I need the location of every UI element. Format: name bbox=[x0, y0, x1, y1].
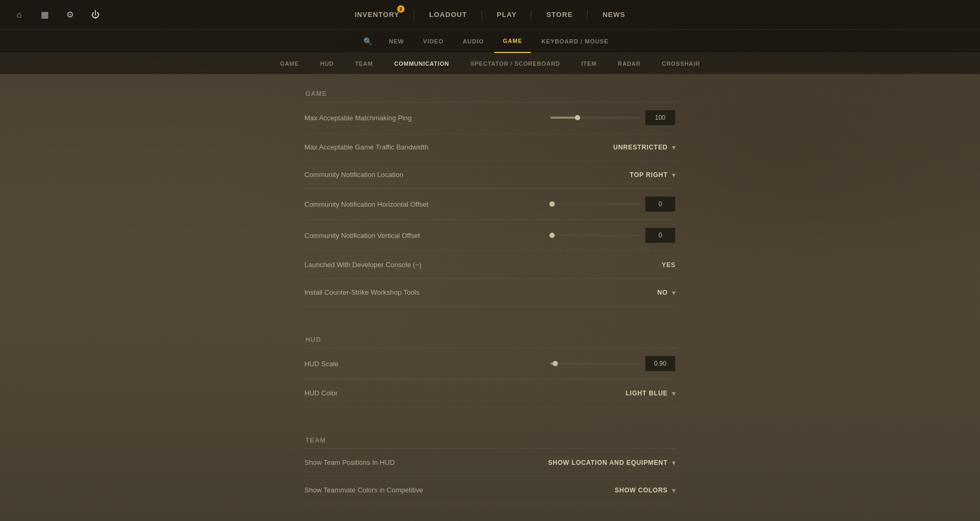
hud-settings-group: HUD Scale 0.90 HUD Color LIGHT B bbox=[304, 348, 676, 407]
third-nav-radar[interactable]: RADAR bbox=[607, 53, 651, 74]
team-positions-value: SHOW LOCATION AND EQUIPMENT bbox=[548, 459, 668, 466]
nav-store[interactable]: STORE bbox=[531, 0, 588, 30]
nav-play[interactable]: PLAY bbox=[482, 0, 532, 30]
setting-control-vertical-offset: 0 bbox=[550, 227, 676, 243]
ping-slider-track[interactable] bbox=[550, 117, 641, 119]
inventory-badge: 2 bbox=[397, 5, 405, 13]
secondary-nav: 🔍 NEW VIDEO AUDIO GAME KEYBOARD / MOUSE bbox=[0, 30, 980, 53]
horizontal-offset-slider-track[interactable] bbox=[550, 203, 641, 205]
sec-nav-game[interactable]: GAME bbox=[494, 30, 531, 53]
third-nav-spectator-scoreboard[interactable]: SPECTATOR / SCOREBOARD bbox=[460, 53, 571, 74]
hud-color-chevron-icon: ▾ bbox=[672, 389, 676, 398]
team-section-title: Team bbox=[304, 437, 676, 444]
nav-news[interactable]: NEWS bbox=[588, 0, 640, 30]
team-positions-chevron-icon: ▾ bbox=[672, 458, 676, 467]
setting-label-ping: Max Acceptable Matchmaking Ping bbox=[304, 114, 550, 122]
setting-label-vertical-offset: Community Notification Vertical Offset bbox=[304, 232, 550, 240]
setting-row-notification-location: Community Notification Location TOP RIGH… bbox=[304, 161, 676, 189]
bandwidth-dropdown[interactable]: UNRESTRICTED ▾ bbox=[613, 143, 676, 152]
third-nav-game[interactable]: GAME bbox=[269, 53, 310, 74]
vertical-offset-slider-track[interactable] bbox=[550, 234, 641, 236]
setting-label-notification-location: Community Notification Location bbox=[304, 171, 630, 179]
bandwidth-value: UNRESTRICTED bbox=[613, 144, 668, 151]
hud-scale-slider-track[interactable] bbox=[550, 363, 641, 365]
setting-label-workshop-tools: Install Counter-Strike Workshop Tools bbox=[304, 288, 658, 296]
vertical-offset-value-box[interactable]: 0 bbox=[645, 227, 676, 243]
nav-loadout[interactable]: LOADOUT bbox=[414, 0, 482, 30]
setting-control-workshop-tools: NO ▾ bbox=[658, 288, 676, 297]
home-icon[interactable]: ⌂ bbox=[8, 4, 30, 25]
hud-color-value: LIGHT BLUE bbox=[626, 390, 668, 397]
setting-label-bandwidth: Max Acceptable Game Traffic Bandwidth bbox=[304, 143, 613, 151]
bandwidth-chevron-icon: ▾ bbox=[672, 143, 676, 152]
team-positions-dropdown[interactable]: SHOW LOCATION AND EQUIPMENT ▾ bbox=[548, 458, 676, 467]
nav-inventory[interactable]: INVENTORY 2 bbox=[340, 0, 415, 30]
game-section-title: Game bbox=[304, 90, 676, 98]
notification-location-chevron-icon: ▾ bbox=[672, 171, 676, 179]
top-nav-icons: ⌂ ▦ ⚙ ⏻ bbox=[0, 4, 106, 25]
setting-row-vertical-offset: Community Notification Vertical Offset 0 bbox=[304, 220, 676, 251]
settings-icon[interactable]: ⚙ bbox=[59, 4, 81, 25]
third-nav-communication[interactable]: COMMUNICATION bbox=[383, 53, 460, 74]
hud-section-title: Hud bbox=[304, 336, 676, 343]
dev-console-value: YES bbox=[662, 261, 676, 269]
notification-location-value: TOP RIGHT bbox=[630, 171, 668, 179]
workshop-tools-chevron-icon: ▾ bbox=[672, 288, 676, 297]
setting-label-hud-scale: HUD Scale bbox=[304, 360, 550, 368]
third-nav-team[interactable]: TEAM bbox=[344, 53, 383, 74]
third-nav-hud[interactable]: HUD bbox=[310, 53, 345, 74]
setting-row-hud-scale: HUD Scale 0.90 bbox=[304, 348, 676, 379]
hud-scale-value-box[interactable]: 0.90 bbox=[645, 356, 676, 372]
setting-control-horizontal-offset: 0 bbox=[550, 196, 676, 212]
setting-label-horizontal-offset: Community Notification Horizontal Offset bbox=[304, 200, 550, 208]
power-icon[interactable]: ⏻ bbox=[85, 4, 106, 25]
spacer-1 bbox=[304, 323, 676, 336]
team-settings-group: Show Team Positions In HUD SHOW LOCATION… bbox=[304, 448, 676, 504]
ping-value-box[interactable]: 100 bbox=[645, 110, 676, 126]
workshop-tools-dropdown[interactable]: NO ▾ bbox=[658, 288, 676, 297]
hud-scale-slider-thumb bbox=[553, 361, 558, 366]
setting-control-team-positions: SHOW LOCATION AND EQUIPMENT ▾ bbox=[548, 458, 676, 467]
vertical-offset-slider-wrapper[interactable] bbox=[550, 234, 641, 236]
hud-color-dropdown[interactable]: LIGHT BLUE ▾ bbox=[626, 389, 676, 398]
third-nav-crosshair[interactable]: CROSSHAIR bbox=[651, 53, 711, 74]
search-button[interactable]: 🔍 bbox=[363, 37, 372, 46]
setting-row-horizontal-offset: Community Notification Horizontal Offset… bbox=[304, 189, 676, 220]
horizontal-offset-slider-wrapper[interactable] bbox=[550, 203, 641, 205]
teammate-colors-dropdown[interactable]: SHOW COLORS ▾ bbox=[615, 486, 676, 494]
sec-nav-new[interactable]: NEW bbox=[381, 30, 413, 53]
game-settings-group: Max Acceptable Matchmaking Ping 100 Max … bbox=[304, 102, 676, 306]
setting-row-teammate-colors: Show Teammate Colors in Competitive SHOW… bbox=[304, 476, 676, 504]
notification-location-dropdown[interactable]: TOP RIGHT ▾ bbox=[630, 171, 676, 179]
setting-control-hud-scale: 0.90 bbox=[550, 356, 676, 372]
ping-slider-wrapper[interactable] bbox=[550, 117, 641, 119]
teammate-colors-value: SHOW COLORS bbox=[615, 487, 668, 494]
setting-row-bandwidth: Max Acceptable Game Traffic Bandwidth UN… bbox=[304, 134, 676, 161]
workshop-tools-value: NO bbox=[658, 289, 668, 296]
spacer-2 bbox=[304, 424, 676, 437]
setting-label-dev-console: Launched With Developer Console (~) bbox=[304, 261, 662, 269]
third-nav-item[interactable]: ITEM bbox=[571, 53, 607, 74]
third-nav: GAME HUD TEAM COMMUNICATION SPECTATOR / … bbox=[0, 53, 980, 74]
horizontal-offset-value-box[interactable]: 0 bbox=[645, 196, 676, 212]
page-wrapper: ⌂ ▦ ⚙ ⏻ INVENTORY 2 LOADOUT PLAY STORE N… bbox=[0, 0, 980, 521]
hud-scale-slider-wrapper[interactable] bbox=[550, 363, 641, 365]
setting-label-team-positions: Show Team Positions In HUD bbox=[304, 458, 548, 466]
ping-slider-fill bbox=[550, 117, 578, 119]
setting-control-teammate-colors: SHOW COLORS ▾ bbox=[615, 486, 676, 494]
horizontal-offset-slider-thumb bbox=[549, 201, 555, 207]
setting-row-workshop-tools: Install Counter-Strike Workshop Tools NO… bbox=[304, 279, 676, 306]
sec-nav-keyboard-mouse[interactable]: KEYBOARD / MOUSE bbox=[533, 30, 617, 53]
sec-nav-video[interactable]: VIDEO bbox=[415, 30, 452, 53]
setting-row-dev-console: Launched With Developer Console (~) YES bbox=[304, 251, 676, 279]
setting-label-teammate-colors: Show Teammate Colors in Competitive bbox=[304, 486, 615, 494]
display-icon[interactable]: ▦ bbox=[34, 4, 55, 25]
setting-control-bandwidth: UNRESTRICTED ▾ bbox=[613, 143, 676, 152]
setting-control-ping: 100 bbox=[550, 110, 676, 126]
ping-slider-thumb bbox=[575, 115, 580, 120]
sec-nav-audio[interactable]: AUDIO bbox=[454, 30, 493, 53]
settings-content: Game Max Acceptable Matchmaking Ping 100 bbox=[304, 74, 676, 521]
setting-control-notification-location: TOP RIGHT ▾ bbox=[630, 171, 676, 179]
setting-label-hud-color: HUD Color bbox=[304, 389, 626, 397]
top-nav: ⌂ ▦ ⚙ ⏻ INVENTORY 2 LOADOUT PLAY STORE N… bbox=[0, 0, 980, 30]
